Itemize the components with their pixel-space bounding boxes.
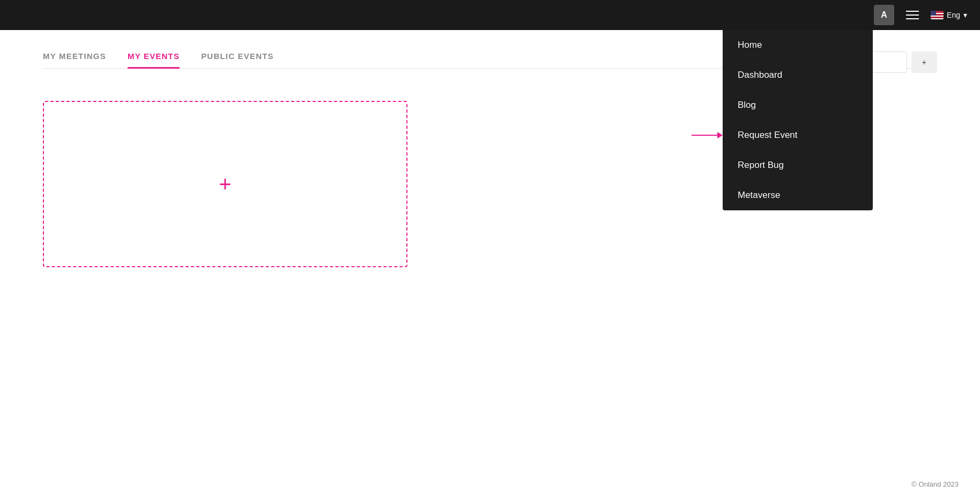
flag-icon (931, 11, 944, 19)
chevron-down-icon: ▾ (963, 11, 967, 19)
footer-text: © Onland 2023 (911, 480, 959, 488)
create-event-card[interactable]: + (43, 101, 407, 267)
dropdown-item-label-dashboard: Dashboard (738, 70, 782, 80)
navbar: A Eng ▾ (0, 0, 980, 30)
hamburger-menu-button[interactable] (903, 8, 922, 23)
tab-my-meetings[interactable]: MY MEETINGS (43, 52, 106, 68)
avatar-label: A (881, 10, 887, 20)
footer: © Onland 2023 (911, 480, 959, 488)
avatar-button[interactable]: A (874, 5, 894, 25)
menu-line-2 (906, 14, 919, 16)
dropdown-item-label-blog: Blog (738, 100, 756, 111)
dropdown-item-report-bug[interactable]: Report Bug (723, 150, 873, 180)
dropdown-item-dashboard[interactable]: Dashboard (723, 60, 873, 90)
menu-line-1 (906, 11, 919, 12)
dropdown-item-home[interactable]: Home (723, 30, 873, 60)
dropdown-item-label-request-event: Request Event (738, 130, 798, 141)
dropdown-item-label-metaverse: Metaverse (738, 190, 780, 201)
dropdown-item-label-home: Home (738, 40, 762, 50)
lang-label: Eng (947, 11, 960, 19)
dropdown-item-blog[interactable]: Blog (723, 90, 873, 120)
add-button[interactable]: + (911, 52, 937, 73)
tab-public-events[interactable]: PUBLIC EVENTS (201, 52, 274, 68)
menu-line-3 (906, 18, 919, 19)
request-event-arrow (692, 132, 723, 138)
dropdown-menu: HomeDashboardBlogRequest EventReport Bug… (723, 30, 873, 210)
dropdown-item-metaverse[interactable]: Metaverse (723, 180, 873, 210)
dropdown-item-request-event[interactable]: Request Event (723, 120, 873, 150)
create-event-plus-icon: + (219, 173, 231, 195)
tab-my-events[interactable]: MY EVENTS (128, 52, 180, 68)
language-selector[interactable]: Eng ▾ (931, 11, 967, 19)
dropdown-item-label-report-bug: Report Bug (738, 160, 784, 171)
